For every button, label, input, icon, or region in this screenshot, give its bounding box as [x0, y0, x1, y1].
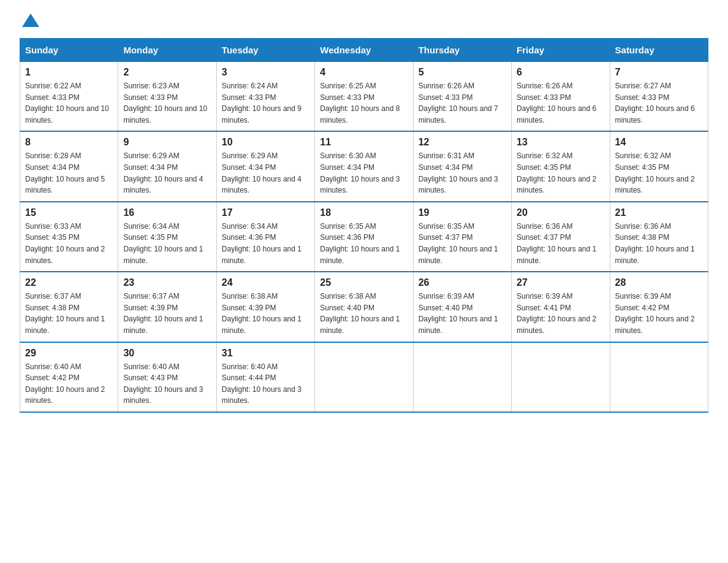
- calendar-cell: 9 Sunrise: 6:29 AMSunset: 4:34 PMDayligh…: [118, 131, 216, 201]
- day-number: 24: [222, 277, 309, 288]
- calendar-cell: 3 Sunrise: 6:24 AMSunset: 4:33 PMDayligh…: [216, 62, 314, 132]
- day-info: Sunrise: 6:35 AMSunset: 4:37 PMDaylight:…: [419, 222, 498, 265]
- day-number: 31: [222, 348, 309, 359]
- day-info: Sunrise: 6:27 AMSunset: 4:33 PMDaylight:…: [615, 82, 695, 124]
- week-row-2: 8 Sunrise: 6:28 AMSunset: 4:34 PMDayligh…: [20, 131, 708, 201]
- day-info: Sunrise: 6:37 AMSunset: 4:39 PMDaylight:…: [123, 292, 203, 335]
- day-info: Sunrise: 6:40 AMSunset: 4:44 PMDaylight:…: [222, 362, 301, 405]
- calendar-cell: 16 Sunrise: 6:34 AMSunset: 4:35 PMDaylig…: [118, 202, 216, 272]
- day-info: Sunrise: 6:28 AMSunset: 4:34 PMDaylight:…: [25, 151, 105, 194]
- calendar-cell: 2 Sunrise: 6:23 AMSunset: 4:33 PMDayligh…: [118, 62, 216, 132]
- calendar-cell: 31 Sunrise: 6:40 AMSunset: 4:44 PMDaylig…: [216, 342, 314, 412]
- calendar-cell: 23 Sunrise: 6:37 AMSunset: 4:39 PMDaylig…: [118, 272, 216, 342]
- day-info: Sunrise: 6:36 AMSunset: 4:38 PMDaylight:…: [615, 222, 695, 265]
- calendar-cell: 28 Sunrise: 6:39 AMSunset: 4:42 PMDaylig…: [610, 272, 708, 342]
- day-number: 3: [222, 67, 309, 78]
- calendar-cell: 15 Sunrise: 6:33 AMSunset: 4:35 PMDaylig…: [20, 202, 118, 272]
- calendar-cell: 25 Sunrise: 6:38 AMSunset: 4:40 PMDaylig…: [315, 272, 413, 342]
- day-info: Sunrise: 6:40 AMSunset: 4:43 PMDaylight:…: [123, 362, 203, 405]
- calendar-cell: 21 Sunrise: 6:36 AMSunset: 4:38 PMDaylig…: [610, 202, 708, 272]
- day-number: 9: [123, 137, 211, 148]
- day-number: 16: [123, 207, 211, 218]
- calendar-cell: [315, 342, 413, 412]
- calendar-cell: 29 Sunrise: 6:40 AMSunset: 4:42 PMDaylig…: [20, 342, 118, 412]
- calendar-cell: 1 Sunrise: 6:22 AMSunset: 4:33 PMDayligh…: [20, 62, 118, 132]
- day-number: 27: [517, 277, 604, 288]
- page-header: [20, 15, 708, 28]
- day-number: 8: [25, 137, 113, 148]
- calendar-cell: 7 Sunrise: 6:27 AMSunset: 4:33 PMDayligh…: [610, 62, 708, 132]
- calendar-header: SundayMondayTuesdayWednesdayThursdayFrid…: [20, 39, 708, 62]
- day-info: Sunrise: 6:26 AMSunset: 4:33 PMDaylight:…: [419, 82, 498, 124]
- day-info: Sunrise: 6:38 AMSunset: 4:40 PMDaylight:…: [320, 292, 400, 335]
- calendar-cell: [512, 342, 610, 412]
- calendar-cell: 13 Sunrise: 6:32 AMSunset: 4:35 PMDaylig…: [512, 131, 610, 201]
- calendar-cell: 26 Sunrise: 6:39 AMSunset: 4:40 PMDaylig…: [413, 272, 511, 342]
- day-number: 4: [320, 67, 408, 78]
- day-number: 30: [123, 348, 211, 359]
- day-info: Sunrise: 6:30 AMSunset: 4:34 PMDaylight:…: [320, 151, 400, 194]
- day-number: 11: [320, 137, 408, 148]
- day-number: 7: [615, 67, 703, 78]
- calendar-cell: [610, 342, 708, 412]
- day-info: Sunrise: 6:37 AMSunset: 4:38 PMDaylight:…: [25, 292, 105, 335]
- calendar-cell: 30 Sunrise: 6:40 AMSunset: 4:43 PMDaylig…: [118, 342, 216, 412]
- day-info: Sunrise: 6:22 AMSunset: 4:33 PMDaylight:…: [25, 82, 109, 124]
- day-number: 22: [25, 277, 113, 288]
- day-info: Sunrise: 6:34 AMSunset: 4:36 PMDaylight:…: [222, 222, 301, 265]
- header-wednesday: Wednesday: [315, 39, 413, 62]
- calendar-cell: 10 Sunrise: 6:29 AMSunset: 4:34 PMDaylig…: [216, 131, 314, 201]
- day-info: Sunrise: 6:39 AMSunset: 4:42 PMDaylight:…: [615, 292, 695, 335]
- calendar-cell: 4 Sunrise: 6:25 AMSunset: 4:33 PMDayligh…: [315, 62, 413, 132]
- header-monday: Monday: [118, 39, 216, 62]
- calendar-cell: 6 Sunrise: 6:26 AMSunset: 4:33 PMDayligh…: [512, 62, 610, 132]
- week-row-4: 22 Sunrise: 6:37 AMSunset: 4:38 PMDaylig…: [20, 272, 708, 342]
- day-number: 17: [222, 207, 309, 218]
- day-info: Sunrise: 6:26 AMSunset: 4:33 PMDaylight:…: [517, 82, 596, 124]
- week-row-3: 15 Sunrise: 6:33 AMSunset: 4:35 PMDaylig…: [20, 202, 708, 272]
- week-row-5: 29 Sunrise: 6:40 AMSunset: 4:42 PMDaylig…: [20, 342, 708, 412]
- day-info: Sunrise: 6:24 AMSunset: 4:33 PMDaylight:…: [222, 82, 301, 124]
- day-info: Sunrise: 6:29 AMSunset: 4:34 PMDaylight:…: [222, 151, 301, 194]
- day-number: 6: [517, 67, 604, 78]
- day-number: 13: [517, 137, 604, 148]
- logo-triangle-icon: [22, 13, 39, 27]
- calendar-cell: 12 Sunrise: 6:31 AMSunset: 4:34 PMDaylig…: [413, 131, 511, 201]
- header-row: SundayMondayTuesdayWednesdayThursdayFrid…: [20, 39, 708, 62]
- calendar-cell: 19 Sunrise: 6:35 AMSunset: 4:37 PMDaylig…: [413, 202, 511, 272]
- day-number: 2: [123, 67, 211, 78]
- day-number: 5: [419, 67, 506, 78]
- day-number: 21: [615, 207, 703, 218]
- day-number: 29: [25, 348, 113, 359]
- day-info: Sunrise: 6:29 AMSunset: 4:34 PMDaylight:…: [123, 151, 203, 194]
- day-info: Sunrise: 6:33 AMSunset: 4:35 PMDaylight:…: [25, 222, 105, 265]
- header-tuesday: Tuesday: [216, 39, 314, 62]
- calendar-cell: 24 Sunrise: 6:38 AMSunset: 4:39 PMDaylig…: [216, 272, 314, 342]
- day-info: Sunrise: 6:34 AMSunset: 4:35 PMDaylight:…: [123, 222, 203, 265]
- calendar-cell: 17 Sunrise: 6:34 AMSunset: 4:36 PMDaylig…: [216, 202, 314, 272]
- calendar-cell: 27 Sunrise: 6:39 AMSunset: 4:41 PMDaylig…: [512, 272, 610, 342]
- header-sunday: Sunday: [20, 39, 118, 62]
- day-info: Sunrise: 6:35 AMSunset: 4:36 PMDaylight:…: [320, 222, 400, 265]
- day-info: Sunrise: 6:32 AMSunset: 4:35 PMDaylight:…: [615, 151, 695, 194]
- calendar-cell: 22 Sunrise: 6:37 AMSunset: 4:38 PMDaylig…: [20, 272, 118, 342]
- calendar-body: 1 Sunrise: 6:22 AMSunset: 4:33 PMDayligh…: [20, 62, 708, 412]
- day-info: Sunrise: 6:32 AMSunset: 4:35 PMDaylight:…: [517, 151, 596, 194]
- day-number: 23: [123, 277, 211, 288]
- calendar-cell: 8 Sunrise: 6:28 AMSunset: 4:34 PMDayligh…: [20, 131, 118, 201]
- day-number: 28: [615, 277, 703, 288]
- day-number: 14: [615, 137, 703, 148]
- day-info: Sunrise: 6:40 AMSunset: 4:42 PMDaylight:…: [25, 362, 105, 405]
- calendar-cell: 14 Sunrise: 6:32 AMSunset: 4:35 PMDaylig…: [610, 131, 708, 201]
- day-number: 20: [517, 207, 604, 218]
- calendar-cell: 5 Sunrise: 6:26 AMSunset: 4:33 PMDayligh…: [413, 62, 511, 132]
- week-row-1: 1 Sunrise: 6:22 AMSunset: 4:33 PMDayligh…: [20, 62, 708, 132]
- header-saturday: Saturday: [610, 39, 708, 62]
- day-number: 19: [419, 207, 506, 218]
- header-thursday: Thursday: [413, 39, 511, 62]
- day-info: Sunrise: 6:25 AMSunset: 4:33 PMDaylight:…: [320, 82, 400, 124]
- day-number: 12: [419, 137, 506, 148]
- day-number: 26: [419, 277, 506, 288]
- day-number: 18: [320, 207, 408, 218]
- calendar-cell: 11 Sunrise: 6:30 AMSunset: 4:34 PMDaylig…: [315, 131, 413, 201]
